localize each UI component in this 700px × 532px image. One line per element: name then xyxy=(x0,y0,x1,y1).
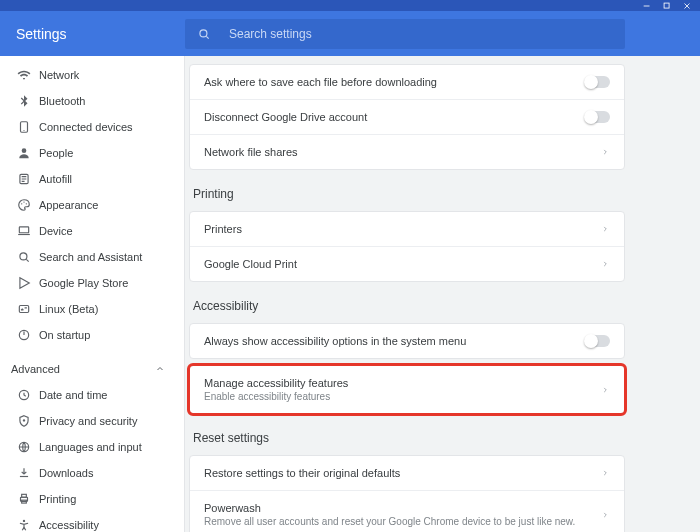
network-file-shares-row[interactable]: Network file shares xyxy=(190,134,624,169)
row-sublabel: Enable accessibility features xyxy=(204,391,348,402)
sidebar-item-label: Device xyxy=(39,225,73,237)
toggle-switch[interactable] xyxy=(586,76,610,88)
sidebar-item-label: Search and Assistant xyxy=(39,251,142,263)
sidebar-item-linux[interactable]: Linux (Beta) xyxy=(0,296,184,322)
accessibility-card: Always show accessibility options in the… xyxy=(189,323,625,359)
row-label: Printers xyxy=(204,223,242,235)
chevron-right-icon xyxy=(600,259,610,269)
search-input[interactable] xyxy=(229,27,613,41)
toggle-switch[interactable] xyxy=(586,111,610,123)
chevron-right-icon xyxy=(600,468,610,478)
sidebar-item-download[interactable]: Downloads xyxy=(0,460,184,486)
shield-icon xyxy=(17,414,39,428)
row-label: Always show accessibility options in the… xyxy=(204,335,466,347)
manage-accessibility-card: Manage accessibility features Enable acc… xyxy=(189,365,625,414)
linux-icon xyxy=(17,302,39,316)
clock-icon xyxy=(17,388,39,402)
person-icon xyxy=(17,146,39,160)
chevron-right-icon xyxy=(600,147,610,157)
sidebar-item-autofill[interactable]: Autofill xyxy=(0,166,184,192)
minimize-button[interactable] xyxy=(642,1,652,11)
downloads-card: Ask where to save each file before downl… xyxy=(189,64,625,170)
search-icon xyxy=(17,250,39,264)
sidebar-item-person[interactable]: People xyxy=(0,140,184,166)
section-title-reset: Reset settings xyxy=(193,431,625,445)
sidebar-item-search[interactable]: Search and Assistant xyxy=(0,244,184,270)
a11y-show-options-row[interactable]: Always show accessibility options in the… xyxy=(190,324,624,358)
disconnect-drive-row[interactable]: Disconnect Google Drive account xyxy=(190,99,624,134)
content-area: Ask where to save each file before downl… xyxy=(185,56,700,532)
close-window-button[interactable] xyxy=(682,1,692,11)
sidebar-item-label: Privacy and security xyxy=(39,415,137,427)
title-bar xyxy=(0,0,700,11)
reset-card: Restore settings to their original defau… xyxy=(189,455,625,532)
sidebar-item-label: People xyxy=(39,147,73,159)
app-header: Settings xyxy=(0,11,700,56)
sidebar-item-laptop[interactable]: Device xyxy=(0,218,184,244)
restore-defaults-row[interactable]: Restore settings to their original defau… xyxy=(190,456,624,490)
row-label: Network file shares xyxy=(204,146,298,158)
sidebar-item-wifi[interactable]: Network xyxy=(0,62,184,88)
autofill-icon xyxy=(17,172,39,186)
sidebar-item-label: Accessibility xyxy=(39,519,99,531)
maximize-button[interactable] xyxy=(662,1,672,11)
search-icon xyxy=(197,27,211,41)
device-icon xyxy=(17,120,39,134)
download-icon xyxy=(17,466,39,480)
sidebar-item-power[interactable]: On startup xyxy=(0,322,184,348)
google-cloud-print-row[interactable]: Google Cloud Print xyxy=(190,246,624,281)
search-box[interactable] xyxy=(185,19,625,49)
sidebar-item-clock[interactable]: Date and time xyxy=(0,382,184,408)
row-label: Powerwash xyxy=(204,502,575,514)
laptop-icon xyxy=(17,224,39,238)
sidebar: NetworkBluetoothConnected devicesPeopleA… xyxy=(0,56,185,532)
sidebar-item-a11y[interactable]: Accessibility xyxy=(0,512,184,532)
chevron-right-icon xyxy=(600,510,610,520)
sidebar-item-label: Downloads xyxy=(39,467,93,479)
sidebar-item-shield[interactable]: Privacy and security xyxy=(0,408,184,434)
chevron-right-icon xyxy=(600,224,610,234)
sidebar-item-label: Appearance xyxy=(39,199,98,211)
sidebar-item-label: Connected devices xyxy=(39,121,133,133)
sidebar-item-play[interactable]: Google Play Store xyxy=(0,270,184,296)
wifi-icon xyxy=(17,68,39,82)
printing-card: Printers Google Cloud Print xyxy=(189,211,625,282)
powerwash-row[interactable]: Powerwash Remove all user accounts and r… xyxy=(190,490,624,532)
printer-icon xyxy=(17,492,39,506)
globe-icon xyxy=(17,440,39,454)
sidebar-item-label: Network xyxy=(39,69,79,81)
manage-a11y-features-row[interactable]: Manage accessibility features Enable acc… xyxy=(190,366,624,413)
sidebar-item-bt[interactable]: Bluetooth xyxy=(0,88,184,114)
sidebar-advanced-label: Advanced xyxy=(11,363,60,375)
power-icon xyxy=(17,328,39,342)
ask-save-location-row[interactable]: Ask where to save each file before downl… xyxy=(190,65,624,99)
row-sublabel: Remove all user accounts and reset your … xyxy=(204,516,575,527)
sidebar-item-label: Autofill xyxy=(39,173,72,185)
sidebar-item-label: Bluetooth xyxy=(39,95,85,107)
printers-row[interactable]: Printers xyxy=(190,212,624,246)
play-icon xyxy=(17,276,39,290)
sidebar-item-globe[interactable]: Languages and input xyxy=(0,434,184,460)
toggle-switch[interactable] xyxy=(586,335,610,347)
sidebar-item-label: Date and time xyxy=(39,389,107,401)
row-label: Ask where to save each file before downl… xyxy=(204,76,437,88)
sidebar-item-label: Printing xyxy=(39,493,76,505)
sidebar-item-label: Google Play Store xyxy=(39,277,128,289)
chevron-right-icon xyxy=(600,385,610,395)
sidebar-item-device[interactable]: Connected devices xyxy=(0,114,184,140)
sidebar-item-palette[interactable]: Appearance xyxy=(0,192,184,218)
app-title: Settings xyxy=(0,26,185,42)
row-label: Disconnect Google Drive account xyxy=(204,111,367,123)
row-label: Manage accessibility features xyxy=(204,377,348,389)
section-title-accessibility: Accessibility xyxy=(193,299,625,313)
section-title-printing: Printing xyxy=(193,187,625,201)
bt-icon xyxy=(17,94,39,108)
sidebar-advanced-header[interactable]: Advanced xyxy=(0,356,184,382)
row-label: Restore settings to their original defau… xyxy=(204,467,400,479)
sidebar-item-label: Linux (Beta) xyxy=(39,303,98,315)
row-label: Google Cloud Print xyxy=(204,258,297,270)
sidebar-item-label: Languages and input xyxy=(39,441,142,453)
chevron-up-icon xyxy=(154,363,166,375)
palette-icon xyxy=(17,198,39,212)
sidebar-item-printer[interactable]: Printing xyxy=(0,486,184,512)
